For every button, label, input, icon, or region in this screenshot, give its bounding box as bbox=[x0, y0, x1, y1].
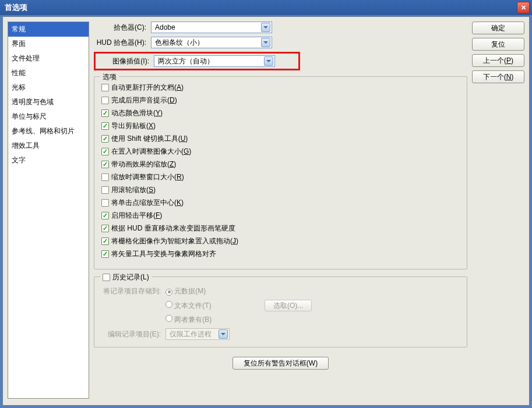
option-row: 自动更新打开的文档(A) bbox=[101, 83, 460, 93]
chevron-down-icon bbox=[261, 38, 270, 47]
option-label: 将栅格化图像作为智能对象置入或拖动(J) bbox=[111, 236, 238, 246]
option-row: 将单击点缩放至中心(K) bbox=[101, 198, 460, 208]
option-checkbox[interactable] bbox=[101, 199, 109, 207]
sidebar-item-type[interactable]: 文字 bbox=[8, 153, 89, 168]
sidebar-item-cursors[interactable]: 光标 bbox=[8, 80, 89, 95]
option-label: 缩放时调整窗口大小(R) bbox=[111, 172, 184, 182]
radio-textfile[interactable] bbox=[165, 301, 172, 308]
option-row: 在置入时调整图像大小(G) bbox=[101, 147, 460, 157]
option-checkbox[interactable] bbox=[101, 84, 109, 91]
option-checkbox[interactable] bbox=[101, 148, 109, 155]
sidebar-item-file-handling[interactable]: 文件处理 bbox=[8, 51, 89, 66]
option-row: 将栅格化图像作为智能对象置入或拖动(J) bbox=[101, 236, 460, 246]
button-column: 确定 复位 上一个(P) 下一个(N) bbox=[472, 22, 524, 400]
option-label: 将单击点缩放至中心(K) bbox=[111, 198, 184, 208]
option-label: 启用轻击平移(F) bbox=[111, 211, 162, 221]
option-label: 在置入时调整图像大小(G) bbox=[111, 147, 191, 157]
client-area: 常规 界面 文件处理 性能 光标 透明度与色域 单位与标尺 参考线、网格和切片 … bbox=[2, 16, 530, 406]
option-label: 自动更新打开的文档(A) bbox=[111, 83, 184, 93]
interpolation-combo[interactable]: 两次立方（自动） bbox=[154, 55, 275, 67]
option-row: 使用 Shift 键切换工具(U) bbox=[101, 134, 460, 144]
history-fieldset: 历史记录(L) 将记录项目存储到: 元数据(M) 文本文件(T) 选取(O)..… bbox=[94, 276, 467, 347]
option-checkbox[interactable] bbox=[101, 250, 109, 258]
sidebar-item-units[interactable]: 单位与标尺 bbox=[8, 109, 89, 124]
option-checkbox[interactable] bbox=[101, 109, 109, 117]
preferences-dialog: 首选项 ✕ 常规 界面 文件处理 性能 光标 透明度与色域 单位与标尺 参考线、… bbox=[0, 0, 532, 408]
option-checkbox[interactable] bbox=[101, 161, 109, 168]
sidebar-item-plugins[interactable]: 增效工具 bbox=[8, 139, 89, 153]
chevron-down-icon bbox=[219, 329, 228, 339]
color-picker-combo[interactable]: Adobe bbox=[151, 22, 272, 33]
choose-button[interactable]: 选取(O)... bbox=[265, 300, 312, 311]
edit-log-combo[interactable]: 仅限工作进程 bbox=[165, 328, 230, 340]
sidebar-item-guides[interactable]: 参考线、网格和切片 bbox=[8, 124, 89, 139]
reset-warnings-button[interactable]: 复位所有警告对话框(W) bbox=[232, 357, 329, 370]
history-checkbox[interactable] bbox=[103, 274, 110, 281]
chevron-down-icon bbox=[264, 56, 273, 66]
option-label: 完成后用声音提示(D) bbox=[111, 95, 177, 105]
interpolation-highlight: 图像插值(I): 两次立方（自动） bbox=[94, 52, 300, 70]
prev-button[interactable]: 上一个(P) bbox=[472, 54, 524, 67]
option-label: 动态颜色滑块(Y) bbox=[111, 108, 163, 118]
option-checkbox[interactable] bbox=[101, 173, 109, 181]
option-label: 导出剪贴板(X) bbox=[111, 121, 156, 131]
cancel-button[interactable]: 复位 bbox=[472, 38, 524, 51]
option-row: 导出剪贴板(X) bbox=[101, 121, 460, 131]
chevron-down-icon bbox=[261, 23, 270, 32]
option-label: 将矢量工具与变换与像素网格对齐 bbox=[111, 249, 216, 259]
close-button[interactable]: ✕ bbox=[517, 2, 530, 13]
option-label: 带动画效果的缩放(Z) bbox=[111, 159, 176, 169]
ok-button[interactable]: 确定 bbox=[472, 22, 524, 34]
sidebar-item-general[interactable]: 常规 bbox=[8, 22, 89, 37]
next-button[interactable]: 下一个(N) bbox=[472, 70, 524, 83]
option-row: 用滚轮缩放(S) bbox=[101, 185, 460, 195]
option-label: 用滚轮缩放(S) bbox=[111, 185, 156, 195]
titlebar: 首选项 ✕ bbox=[0, 0, 532, 15]
options-fieldset: 选项 自动更新打开的文档(A)完成后用声音提示(D)动态颜色滑块(Y)导出剪贴板… bbox=[94, 76, 467, 269]
category-sidebar: 常规 界面 文件处理 性能 光标 透明度与色域 单位与标尺 参考线、网格和切片 … bbox=[8, 22, 89, 399]
option-row: 启用轻击平移(F) bbox=[101, 211, 460, 221]
option-label: 使用 Shift 键切换工具(U) bbox=[111, 134, 188, 144]
window-title: 首选项 bbox=[5, 2, 517, 13]
option-checkbox[interactable] bbox=[101, 237, 109, 245]
option-row: 根据 HUD 垂直移动来改变圆形画笔硬度 bbox=[101, 223, 460, 233]
sidebar-item-interface[interactable]: 界面 bbox=[8, 37, 89, 51]
color-picker-label: 拾色器(C): bbox=[94, 23, 146, 33]
options-legend: 选项 bbox=[100, 72, 119, 82]
interpolation-label: 图像插值(I): bbox=[97, 56, 149, 66]
radio-metadata[interactable] bbox=[165, 289, 172, 296]
option-label: 根据 HUD 垂直移动来改变圆形画笔硬度 bbox=[111, 223, 235, 233]
edit-log-label: 编辑记录项目(E): bbox=[101, 329, 165, 339]
option-row: 缩放时调整窗口大小(R) bbox=[101, 172, 460, 182]
option-checkbox[interactable] bbox=[101, 122, 109, 130]
sidebar-item-transparency[interactable]: 透明度与色域 bbox=[8, 95, 89, 109]
sidebar-item-performance[interactable]: 性能 bbox=[8, 66, 89, 80]
history-legend: 历史记录(L) bbox=[100, 272, 152, 282]
picker-rows: 拾色器(C): Adobe HUD 拾色器(H): 色相条纹（小） 图像插 bbox=[94, 22, 467, 74]
option-checkbox[interactable] bbox=[101, 225, 109, 232]
option-checkbox[interactable] bbox=[101, 135, 109, 143]
option-row: 带动画效果的缩放(Z) bbox=[101, 159, 460, 169]
option-checkbox[interactable] bbox=[101, 186, 109, 194]
option-row: 完成后用声音提示(D) bbox=[101, 95, 460, 105]
save-to-label: 将记录项目存储到: bbox=[101, 286, 165, 296]
main-area: 拾色器(C): Adobe HUD 拾色器(H): 色相条纹（小） 图像插 bbox=[94, 22, 467, 400]
hud-picker-combo[interactable]: 色相条纹（小） bbox=[151, 37, 272, 48]
option-row: 动态颜色滑块(Y) bbox=[101, 108, 460, 118]
option-checkbox[interactable] bbox=[101, 97, 109, 104]
option-checkbox[interactable] bbox=[101, 212, 109, 219]
option-row: 将矢量工具与变换与像素网格对齐 bbox=[101, 249, 460, 259]
radio-both[interactable] bbox=[165, 315, 172, 322]
hud-picker-label: HUD 拾色器(H): bbox=[94, 38, 146, 48]
